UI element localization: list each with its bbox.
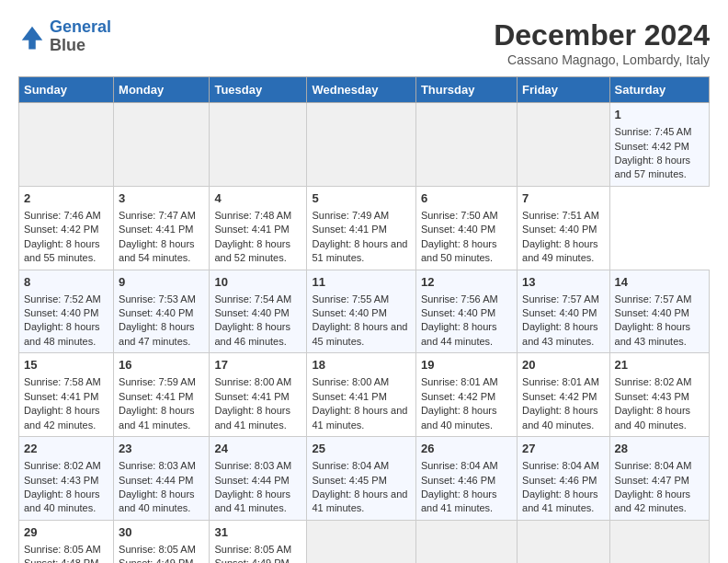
sunset-text: Sunset: 4:43 PM xyxy=(615,391,689,402)
sunrise-text: Sunrise: 7:59 AM xyxy=(119,376,196,387)
sunset-text: Sunset: 4:44 PM xyxy=(214,475,289,486)
calendar-cell: 28Sunrise: 8:04 AMSunset: 4:47 PMDayligh… xyxy=(609,437,709,521)
calendar-cell: 16Sunrise: 7:59 AMSunset: 4:41 PMDayligh… xyxy=(114,353,210,437)
day-number: 15 xyxy=(24,357,108,373)
calendar-header-row: SundayMondayTuesdayWednesdayThursdayFrid… xyxy=(19,77,710,103)
daylight-text: Daylight: 8 hours and 48 minutes. xyxy=(24,321,100,346)
sunrise-text: Sunrise: 7:46 AM xyxy=(24,210,101,221)
daylight-text: Daylight: 8 hours and 57 minutes. xyxy=(615,155,691,179)
daylight-text: Daylight: 8 hours and 41 minutes. xyxy=(119,405,195,430)
day-number: 18 xyxy=(312,357,410,373)
daylight-text: Daylight: 8 hours and 54 minutes. xyxy=(119,238,195,263)
sunrise-text: Sunrise: 7:51 AM xyxy=(522,210,599,221)
sunrise-text: Sunrise: 8:03 AM xyxy=(214,460,291,471)
daylight-text: Daylight: 8 hours and 43 minutes. xyxy=(522,321,598,346)
day-number: 9 xyxy=(119,274,204,291)
sunrise-text: Sunrise: 7:50 AM xyxy=(421,210,498,221)
daylight-text: Daylight: 8 hours and 49 minutes. xyxy=(522,238,598,263)
sunrise-text: Sunrise: 7:45 AM xyxy=(615,126,692,137)
day-number: 4 xyxy=(214,190,301,207)
day-number: 12 xyxy=(421,274,512,291)
sunrise-text: Sunrise: 8:04 AM xyxy=(421,460,498,471)
day-number: 27 xyxy=(522,441,605,457)
day-number: 2 xyxy=(24,190,108,207)
day-number: 26 xyxy=(421,441,512,457)
sunrise-text: Sunrise: 8:00 AM xyxy=(214,376,291,387)
calendar-cell: 19Sunrise: 8:01 AMSunset: 4:42 PMDayligh… xyxy=(415,353,517,437)
svg-marker-0 xyxy=(22,27,43,50)
calendar-cell: 2Sunrise: 7:46 AMSunset: 4:42 PMDaylight… xyxy=(19,186,114,270)
calendar-cell: 11Sunrise: 7:55 AMSunset: 4:40 PMDayligh… xyxy=(307,270,415,353)
day-number: 1 xyxy=(615,107,704,123)
day-number: 11 xyxy=(312,274,410,291)
calendar-cell xyxy=(307,520,415,563)
sunset-text: Sunset: 4:48 PM xyxy=(24,557,98,563)
sunset-text: Sunset: 4:43 PM xyxy=(24,475,98,486)
daylight-text: Daylight: 8 hours and 41 minutes. xyxy=(522,488,598,513)
sunrise-text: Sunrise: 8:05 AM xyxy=(119,544,196,555)
daylight-text: Daylight: 8 hours and 42 minutes. xyxy=(615,488,691,513)
sunrise-text: Sunrise: 7:53 AM xyxy=(119,293,196,304)
day-number: 21 xyxy=(615,357,704,373)
sunrise-text: Sunrise: 7:47 AM xyxy=(119,210,196,221)
calendar-week-row: 2Sunrise: 7:46 AMSunset: 4:42 PMDaylight… xyxy=(19,186,710,270)
day-number: 10 xyxy=(214,274,301,291)
sunrise-text: Sunrise: 8:00 AM xyxy=(312,376,389,387)
sunrise-text: Sunrise: 7:57 AM xyxy=(522,293,599,304)
calendar-week-row: 29Sunrise: 8:05 AMSunset: 4:48 PMDayligh… xyxy=(19,520,710,563)
sunset-text: Sunset: 4:40 PM xyxy=(522,307,597,318)
day-number: 17 xyxy=(214,357,301,373)
sunrise-text: Sunrise: 8:04 AM xyxy=(312,460,389,471)
calendar-cell: 5Sunrise: 7:49 AMSunset: 4:41 PMDaylight… xyxy=(307,186,415,270)
day-number: 25 xyxy=(312,441,410,457)
logo: General Blue xyxy=(18,18,111,55)
daylight-text: Daylight: 8 hours and 43 minutes. xyxy=(615,321,691,346)
daylight-text: Daylight: 8 hours and 40 minutes. xyxy=(119,488,195,513)
day-number: 28 xyxy=(615,441,704,457)
calendar-header-tuesday: Tuesday xyxy=(210,77,307,103)
sunrise-text: Sunrise: 8:01 AM xyxy=(522,376,599,387)
sunrise-text: Sunrise: 7:56 AM xyxy=(421,293,498,304)
calendar-cell: 27Sunrise: 8:04 AMSunset: 4:46 PMDayligh… xyxy=(518,437,610,521)
calendar-cell: 18Sunrise: 8:00 AMSunset: 4:41 PMDayligh… xyxy=(307,353,415,437)
calendar-week-row: 8Sunrise: 7:52 AMSunset: 4:40 PMDaylight… xyxy=(19,270,710,353)
sunset-text: Sunset: 4:41 PM xyxy=(214,224,289,235)
day-number: 29 xyxy=(24,524,108,541)
sunrise-text: Sunrise: 7:54 AM xyxy=(214,293,291,304)
daylight-text: Daylight: 8 hours and 41 minutes. xyxy=(214,405,290,430)
calendar-week-row: 22Sunrise: 8:02 AMSunset: 4:43 PMDayligh… xyxy=(19,437,710,521)
calendar-header-thursday: Thursday xyxy=(415,77,517,103)
day-number: 24 xyxy=(214,441,301,457)
day-number: 22 xyxy=(24,441,108,457)
sunset-text: Sunset: 4:41 PM xyxy=(312,224,386,235)
sunrise-text: Sunrise: 7:49 AM xyxy=(312,210,389,221)
sunrise-text: Sunrise: 8:03 AM xyxy=(119,460,196,471)
daylight-text: Daylight: 8 hours and 41 minutes. xyxy=(214,488,290,513)
sunset-text: Sunset: 4:46 PM xyxy=(421,475,495,486)
sunrise-text: Sunrise: 8:05 AM xyxy=(24,544,101,555)
sunrise-text: Sunrise: 7:55 AM xyxy=(312,293,389,304)
calendar-header-saturday: Saturday xyxy=(609,77,709,103)
calendar-cell xyxy=(518,103,610,187)
calendar-cell: 14Sunrise: 7:57 AMSunset: 4:40 PMDayligh… xyxy=(609,270,709,353)
calendar-cell: 8Sunrise: 7:52 AMSunset: 4:40 PMDaylight… xyxy=(19,270,114,353)
calendar-cell xyxy=(609,520,709,563)
daylight-text: Daylight: 8 hours and 40 minutes. xyxy=(24,488,100,513)
sunrise-text: Sunrise: 8:04 AM xyxy=(615,460,692,471)
daylight-text: Daylight: 8 hours and 46 minutes. xyxy=(214,321,290,346)
day-number: 23 xyxy=(119,441,204,457)
daylight-text: Daylight: 8 hours and 41 minutes. xyxy=(421,488,497,513)
calendar-cell: 3Sunrise: 7:47 AMSunset: 4:41 PMDaylight… xyxy=(114,186,210,270)
calendar-cell: 30Sunrise: 8:05 AMSunset: 4:49 PMDayligh… xyxy=(114,520,210,563)
calendar-cell: 9Sunrise: 7:53 AMSunset: 4:40 PMDaylight… xyxy=(114,270,210,353)
page-header: General Blue December 2024 Cassano Magna… xyxy=(18,18,710,67)
sunset-text: Sunset: 4:42 PM xyxy=(615,141,689,152)
calendar-cell xyxy=(518,520,610,563)
daylight-text: Daylight: 8 hours and 40 minutes. xyxy=(615,405,691,430)
sunset-text: Sunset: 4:40 PM xyxy=(24,307,98,318)
daylight-text: Daylight: 8 hours and 41 minutes. xyxy=(312,488,407,513)
calendar-cell: 24Sunrise: 8:03 AMSunset: 4:44 PMDayligh… xyxy=(210,437,307,521)
calendar-cell xyxy=(19,103,114,187)
day-number: 16 xyxy=(119,357,204,373)
calendar-cell: 20Sunrise: 8:01 AMSunset: 4:42 PMDayligh… xyxy=(518,353,610,437)
